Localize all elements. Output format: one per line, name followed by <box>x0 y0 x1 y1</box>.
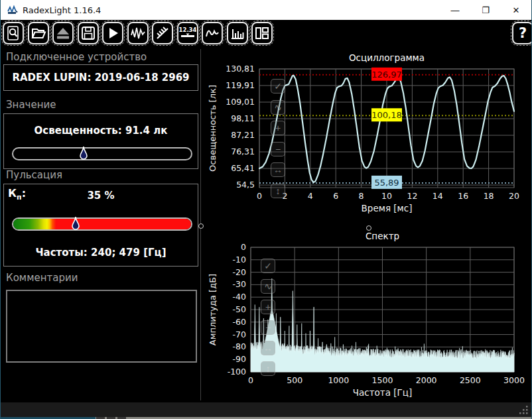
spectrum-view-button[interactable] <box>227 22 248 44</box>
svg-text:-70: -70 <box>233 329 246 339</box>
chart-settings-button[interactable]: ✓ <box>271 79 285 93</box>
chart-curve-button[interactable]: ∿ <box>261 279 275 294</box>
maximize-button[interactable]: ❐ <box>470 0 501 20</box>
chart-fit-horizontal-button[interactable]: ↔ <box>261 341 275 355</box>
svg-text:65,41: 65,41 <box>231 163 255 173</box>
layout-icon <box>254 25 270 41</box>
pulsation-marker <box>71 217 80 235</box>
chart-fit-vertical-button[interactable]: ↕ <box>261 361 275 376</box>
comments-header: Комментарии <box>6 272 78 284</box>
pulsation-gauge <box>12 217 192 231</box>
svg-text:-10: -10 <box>233 255 246 265</box>
illuminance-value: Освещенность: 91.4 лк <box>4 125 198 137</box>
svg-text:1000: 1000 <box>328 375 349 385</box>
svg-text:8: 8 <box>359 191 364 201</box>
chart-fit-horizontal-button[interactable]: ↔ <box>271 162 285 177</box>
eject-button[interactable] <box>52 22 74 44</box>
x-axis-label: Время [мс] <box>362 203 413 213</box>
illuminance-gauge <box>12 147 192 160</box>
svg-text:10: 10 <box>381 191 392 201</box>
value-box: Освещенность: 91.4 лк <box>3 113 198 169</box>
svg-text:100,18: 100,18 <box>371 110 402 120</box>
chart-settings-button[interactable]: ✓ <box>261 259 275 273</box>
histogram-icon <box>230 25 245 41</box>
chart-zoom-out-button[interactable]: − <box>261 320 275 335</box>
svg-text:0: 0 <box>257 191 262 201</box>
device-name: RADEX LUPIN: 2019-06-18 2969 <box>4 72 198 84</box>
spectrum-chart[interactable]: 0500100015002000250030000-10-20-30-40-50… <box>206 225 532 399</box>
play-icon <box>105 25 121 41</box>
chart-zoom-in-button[interactable]: + <box>261 300 275 314</box>
chart-title: Спектр <box>366 231 399 241</box>
svg-text:55,89: 55,89 <box>374 178 399 188</box>
numeric-display-button[interactable]: 12.34 <box>177 22 198 44</box>
app-icon <box>7 4 19 16</box>
svg-text:2000: 2000 <box>416 375 437 385</box>
svg-text:130,81: 130,81 <box>226 64 255 74</box>
main-toolbar: 12.34 ? <box>1 20 531 48</box>
svg-text:-90: -90 <box>233 354 246 364</box>
chart-fit-vertical-button[interactable]: ↕ <box>271 184 285 198</box>
comments-input[interactable] <box>6 290 197 363</box>
search-document-icon <box>5 25 21 41</box>
splitter-grip[interactable] <box>198 223 204 229</box>
window-title: RadexLight 1.16.4 <box>23 5 101 15</box>
svg-text:4: 4 <box>308 191 313 201</box>
help-button[interactable]: ? <box>512 22 532 44</box>
layout-button[interactable] <box>251 22 273 44</box>
chart-title: Осциллограмма <box>349 52 425 63</box>
chart-curve-button[interactable]: ∿ <box>271 100 285 115</box>
svg-text:-50: -50 <box>233 304 246 314</box>
illuminance-marker <box>79 147 88 165</box>
svg-text:-80: -80 <box>233 341 246 351</box>
svg-text:14: 14 <box>432 191 443 201</box>
chart-zoom-out-button[interactable]: − <box>271 142 285 156</box>
y-axis-label: Амплитуда [дБ] <box>208 274 218 345</box>
illuminance-gradient <box>13 149 191 159</box>
oscillogram-icon <box>130 25 146 41</box>
svg-text:16: 16 <box>458 191 468 201</box>
svg-text:12.34: 12.34 <box>179 27 196 33</box>
svg-text:12: 12 <box>407 191 417 201</box>
svg-text:126,97: 126,97 <box>371 70 402 80</box>
curve-view-button[interactable] <box>202 22 223 44</box>
close-button[interactable]: ✕ <box>501 0 531 20</box>
tilt-hatch-icon <box>155 25 170 41</box>
resize-grip-icon[interactable] <box>519 405 529 415</box>
kp-value: 35 % <box>4 190 198 202</box>
svg-text:87,21: 87,21 <box>231 130 255 140</box>
oscillogram-view-button[interactable] <box>127 22 149 44</box>
x-axis-label: Частота [Гц] <box>353 387 412 398</box>
svg-text:98,11: 98,11 <box>231 113 255 123</box>
radexlight-window: { "window": { "title": "RadexLight 1.16.… <box>0 0 532 419</box>
svg-text:54,5: 54,5 <box>236 180 255 190</box>
play-button[interactable] <box>102 22 123 44</box>
oscillogram-chart[interactable]: 02468101214161820130,81119,91109,0198,11… <box>206 52 532 219</box>
pulsation-gradient <box>13 219 191 229</box>
status-bar <box>1 402 531 417</box>
connected-device-header: Подключенное устройство <box>6 51 147 63</box>
svg-text:-60: -60 <box>233 317 246 327</box>
titlebar: RadexLight 1.16.4 — ❐ ✕ <box>1 0 531 20</box>
svg-text:0: 0 <box>241 242 246 252</box>
svg-text:119,91: 119,91 <box>226 80 255 90</box>
open-folder-icon <box>31 25 46 41</box>
svg-text:6: 6 <box>333 191 338 201</box>
svg-text:0: 0 <box>248 375 253 385</box>
save-button[interactable] <box>78 22 99 44</box>
chart-zoom-in-button[interactable]: + <box>271 121 285 135</box>
search-document-button[interactable] <box>3 22 24 44</box>
minimize-button[interactable]: — <box>440 0 470 20</box>
svg-text:2500: 2500 <box>460 375 481 385</box>
svg-text:-40: -40 <box>233 292 246 302</box>
save-icon <box>80 25 96 41</box>
frequencies-value: Частоты: 240; 479 [Гц] <box>4 247 198 259</box>
svg-text:-100: -100 <box>228 367 246 377</box>
svg-text:500: 500 <box>287 375 302 385</box>
svg-text:20: 20 <box>509 191 519 201</box>
svg-text:-30: -30 <box>233 279 246 289</box>
open-file-button[interactable] <box>28 22 49 44</box>
svg-text:76,31: 76,31 <box>231 147 255 156</box>
tilt-hatch-button[interactable] <box>152 22 173 44</box>
y-axis-label: Освещенность [лк] <box>208 85 218 172</box>
